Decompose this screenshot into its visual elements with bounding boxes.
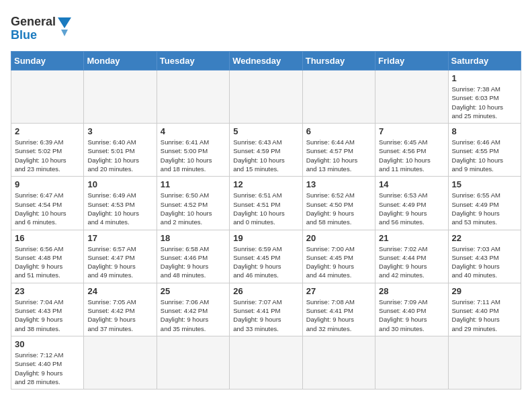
calendar-week-2: 2Sunrise: 6:39 AM Sunset: 5:02 PM Daylig… xyxy=(11,124,521,177)
day-number: 13 xyxy=(306,179,371,189)
calendar-cell: 26Sunrise: 7:07 AM Sunset: 4:41 PM Dayli… xyxy=(230,283,302,336)
day-number: 25 xyxy=(161,286,226,296)
svg-text:General: General xyxy=(11,15,56,28)
calendar-cell: 5Sunrise: 6:43 AM Sunset: 4:59 PM Daylig… xyxy=(230,124,302,177)
day-number: 21 xyxy=(379,233,444,243)
calendar-table: SundayMondayTuesdayWednesdayThursdayFrid… xyxy=(11,51,521,390)
day-number: 6 xyxy=(306,126,371,136)
day-number: 4 xyxy=(161,126,226,136)
day-info: Sunrise: 7:05 AM Sunset: 4:42 PM Dayligh… xyxy=(87,298,152,333)
day-info: Sunrise: 7:06 AM Sunset: 4:42 PM Dayligh… xyxy=(161,298,226,333)
calendar-cell xyxy=(302,336,375,389)
day-number: 1 xyxy=(452,73,517,83)
calendar-cell: 14Sunrise: 6:53 AM Sunset: 4:49 PM Dayli… xyxy=(375,177,448,230)
calendar-cell: 15Sunrise: 6:55 AM Sunset: 4:49 PM Dayli… xyxy=(448,177,521,230)
calendar-cell: 18Sunrise: 6:58 AM Sunset: 4:46 PM Dayli… xyxy=(157,230,229,283)
day-number: 29 xyxy=(452,286,517,296)
day-info: Sunrise: 7:12 AM Sunset: 4:40 PM Dayligh… xyxy=(15,351,80,386)
day-number: 28 xyxy=(379,286,444,296)
svg-marker-3 xyxy=(61,30,68,36)
calendar-cell xyxy=(157,336,229,389)
calendar-cell: 13Sunrise: 6:52 AM Sunset: 4:50 PM Dayli… xyxy=(302,177,375,230)
calendar-cell: 28Sunrise: 7:09 AM Sunset: 4:40 PM Dayli… xyxy=(375,283,448,336)
day-header-tuesday: Tuesday xyxy=(157,52,229,71)
calendar-cell: 2Sunrise: 6:39 AM Sunset: 5:02 PM Daylig… xyxy=(11,124,84,177)
calendar-cell: 24Sunrise: 7:05 AM Sunset: 4:42 PM Dayli… xyxy=(84,283,157,336)
day-info: Sunrise: 6:41 AM Sunset: 5:00 PM Dayligh… xyxy=(161,138,226,173)
day-info: Sunrise: 6:43 AM Sunset: 4:59 PM Dayligh… xyxy=(233,138,298,173)
day-number: 18 xyxy=(161,233,226,243)
day-header-wednesday: Wednesday xyxy=(230,52,302,71)
calendar-cell: 11Sunrise: 6:50 AM Sunset: 4:52 PM Dayli… xyxy=(157,177,229,230)
day-header-saturday: Saturday xyxy=(448,52,521,71)
calendar-cell xyxy=(302,71,375,124)
calendar-cell: 25Sunrise: 7:06 AM Sunset: 4:42 PM Dayli… xyxy=(157,283,229,336)
calendar-cell: 9Sunrise: 6:47 AM Sunset: 4:54 PM Daylig… xyxy=(11,177,84,230)
day-header-thursday: Thursday xyxy=(302,52,375,71)
page-header: General Blue xyxy=(11,11,521,46)
day-info: Sunrise: 6:46 AM Sunset: 4:55 PM Dayligh… xyxy=(452,138,517,173)
day-number: 26 xyxy=(233,286,298,296)
day-info: Sunrise: 6:51 AM Sunset: 4:51 PM Dayligh… xyxy=(233,191,298,226)
calendar-cell: 3Sunrise: 6:40 AM Sunset: 5:01 PM Daylig… xyxy=(84,124,157,177)
day-info: Sunrise: 6:56 AM Sunset: 4:48 PM Dayligh… xyxy=(15,244,80,280)
calendar-header-row: SundayMondayTuesdayWednesdayThursdayFrid… xyxy=(11,52,521,71)
calendar-cell: 1Sunrise: 7:38 AM Sunset: 6:03 PM Daylig… xyxy=(448,71,521,124)
day-info: Sunrise: 7:11 AM Sunset: 4:40 PM Dayligh… xyxy=(452,298,517,333)
day-info: Sunrise: 6:39 AM Sunset: 5:02 PM Dayligh… xyxy=(15,138,80,173)
calendar-cell xyxy=(375,336,448,389)
day-info: Sunrise: 6:58 AM Sunset: 4:46 PM Dayligh… xyxy=(161,244,226,280)
day-info: Sunrise: 6:57 AM Sunset: 4:47 PM Dayligh… xyxy=(87,244,152,280)
calendar-week-5: 23Sunrise: 7:04 AM Sunset: 4:43 PM Dayli… xyxy=(11,283,521,336)
calendar-cell xyxy=(230,336,302,389)
calendar-week-1: 1Sunrise: 7:38 AM Sunset: 6:03 PM Daylig… xyxy=(11,71,521,124)
day-info: Sunrise: 6:47 AM Sunset: 4:54 PM Dayligh… xyxy=(15,191,80,226)
day-info: Sunrise: 7:38 AM Sunset: 6:03 PM Dayligh… xyxy=(452,85,517,120)
day-number: 30 xyxy=(15,339,80,349)
calendar-cell: 7Sunrise: 6:45 AM Sunset: 4:56 PM Daylig… xyxy=(375,124,448,177)
day-number: 5 xyxy=(233,126,298,136)
logo: General Blue xyxy=(11,11,78,46)
day-header-sunday: Sunday xyxy=(11,52,84,71)
calendar-cell: 19Sunrise: 6:59 AM Sunset: 4:45 PM Dayli… xyxy=(230,230,302,283)
day-info: Sunrise: 6:50 AM Sunset: 4:52 PM Dayligh… xyxy=(161,191,226,226)
day-number: 14 xyxy=(379,179,444,189)
day-header-friday: Friday xyxy=(375,52,448,71)
day-number: 22 xyxy=(452,233,517,243)
day-info: Sunrise: 6:59 AM Sunset: 4:45 PM Dayligh… xyxy=(233,244,298,280)
day-info: Sunrise: 6:52 AM Sunset: 4:50 PM Dayligh… xyxy=(306,191,371,226)
day-info: Sunrise: 6:53 AM Sunset: 4:49 PM Dayligh… xyxy=(379,191,444,226)
day-number: 15 xyxy=(452,179,517,189)
svg-text:Blue: Blue xyxy=(11,28,37,42)
day-number: 19 xyxy=(233,233,298,243)
day-number: 10 xyxy=(87,179,152,189)
calendar-cell: 17Sunrise: 6:57 AM Sunset: 4:47 PM Dayli… xyxy=(84,230,157,283)
day-info: Sunrise: 6:44 AM Sunset: 4:57 PM Dayligh… xyxy=(306,138,371,173)
calendar-cell: 22Sunrise: 7:03 AM Sunset: 4:43 PM Dayli… xyxy=(448,230,521,283)
day-info: Sunrise: 7:03 AM Sunset: 4:43 PM Dayligh… xyxy=(452,244,517,280)
day-number: 12 xyxy=(233,179,298,189)
calendar-cell: 16Sunrise: 6:56 AM Sunset: 4:48 PM Dayli… xyxy=(11,230,84,283)
calendar-cell: 12Sunrise: 6:51 AM Sunset: 4:51 PM Dayli… xyxy=(230,177,302,230)
day-info: Sunrise: 6:49 AM Sunset: 4:53 PM Dayligh… xyxy=(87,191,152,226)
calendar-cell xyxy=(230,71,302,124)
day-number: 23 xyxy=(15,286,80,296)
day-number: 3 xyxy=(87,126,152,136)
calendar-cell: 20Sunrise: 7:00 AM Sunset: 4:45 PM Dayli… xyxy=(302,230,375,283)
day-number: 27 xyxy=(306,286,371,296)
calendar-cell: 30Sunrise: 7:12 AM Sunset: 4:40 PM Dayli… xyxy=(11,336,84,389)
calendar-cell: 4Sunrise: 6:41 AM Sunset: 5:00 PM Daylig… xyxy=(157,124,229,177)
day-info: Sunrise: 7:09 AM Sunset: 4:40 PM Dayligh… xyxy=(379,298,444,333)
calendar-week-6: 30Sunrise: 7:12 AM Sunset: 4:40 PM Dayli… xyxy=(11,336,521,389)
calendar-cell xyxy=(375,71,448,124)
day-number: 16 xyxy=(15,233,80,243)
day-number: 24 xyxy=(87,286,152,296)
day-number: 2 xyxy=(15,126,80,136)
day-info: Sunrise: 7:02 AM Sunset: 4:44 PM Dayligh… xyxy=(379,244,444,280)
day-number: 8 xyxy=(452,126,517,136)
day-number: 20 xyxy=(306,233,371,243)
day-number: 7 xyxy=(379,126,444,136)
calendar-cell: 29Sunrise: 7:11 AM Sunset: 4:40 PM Dayli… xyxy=(448,283,521,336)
day-number: 11 xyxy=(161,179,226,189)
calendar-cell xyxy=(84,336,157,389)
